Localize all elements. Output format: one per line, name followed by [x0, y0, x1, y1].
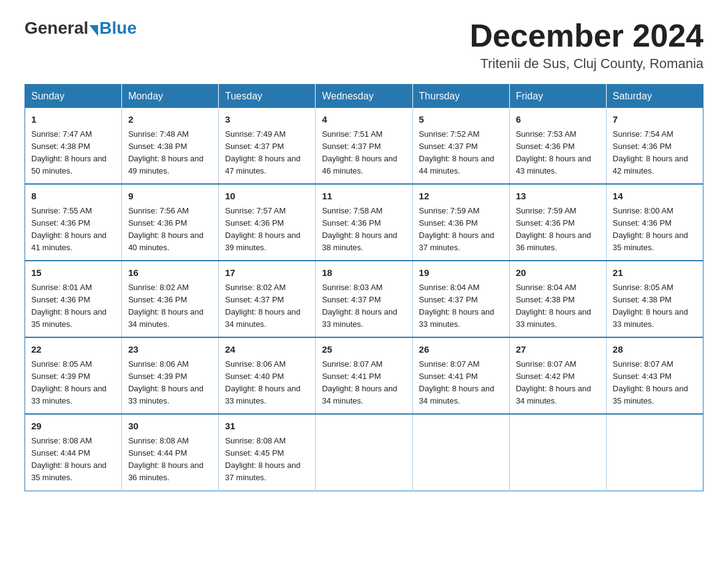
calendar-cell: 8 Sunrise: 7:55 AMSunset: 4:36 PMDayligh…: [25, 184, 122, 261]
day-info: Sunrise: 7:54 AMSunset: 4:36 PMDaylight:…: [613, 128, 697, 178]
day-info: Sunrise: 8:07 AMSunset: 4:41 PMDaylight:…: [419, 358, 503, 408]
calendar-cell: 22 Sunrise: 8:05 AMSunset: 4:39 PMDaylig…: [25, 337, 122, 414]
calendar-cell: 4 Sunrise: 7:51 AMSunset: 4:37 PMDayligh…: [316, 108, 412, 184]
day-info: Sunrise: 8:08 AMSunset: 4:44 PMDaylight:…: [128, 435, 212, 484]
day-info: Sunrise: 8:04 AMSunset: 4:38 PMDaylight:…: [516, 282, 600, 331]
day-info: Sunrise: 8:00 AMSunset: 4:36 PMDaylight:…: [613, 205, 697, 255]
day-info: Sunrise: 7:52 AMSunset: 4:37 PMDaylight:…: [419, 128, 503, 178]
col-sunday: Sunday: [25, 85, 122, 109]
day-number: 3: [225, 113, 309, 127]
calendar-cell: [606, 414, 703, 491]
day-info: Sunrise: 7:51 AMSunset: 4:37 PMDaylight:…: [322, 128, 406, 178]
day-info: Sunrise: 8:08 AMSunset: 4:45 PMDaylight:…: [225, 435, 309, 484]
day-info: Sunrise: 8:07 AMSunset: 4:41 PMDaylight:…: [322, 358, 406, 408]
calendar-week-5: 29 Sunrise: 8:08 AMSunset: 4:44 PMDaylig…: [25, 414, 703, 491]
col-friday: Friday: [509, 85, 606, 109]
day-info: Sunrise: 8:03 AMSunset: 4:37 PMDaylight:…: [322, 282, 406, 331]
calendar-cell: 26 Sunrise: 8:07 AMSunset: 4:41 PMDaylig…: [412, 337, 509, 414]
day-info: Sunrise: 7:56 AMSunset: 4:36 PMDaylight:…: [128, 205, 212, 255]
logo-blue-text: Blue: [99, 18, 137, 38]
day-number: 20: [516, 266, 600, 280]
day-info: Sunrise: 8:06 AMSunset: 4:40 PMDaylight:…: [225, 358, 309, 408]
calendar-cell: 9 Sunrise: 7:56 AMSunset: 4:36 PMDayligh…: [122, 184, 219, 261]
col-saturday: Saturday: [606, 85, 703, 109]
calendar-cell: 3 Sunrise: 7:49 AMSunset: 4:37 PMDayligh…: [219, 108, 316, 184]
calendar-cell: 2 Sunrise: 7:48 AMSunset: 4:38 PMDayligh…: [122, 108, 219, 184]
day-number: 10: [225, 190, 309, 204]
day-number: 28: [613, 343, 697, 357]
calendar-week-3: 15 Sunrise: 8:01 AMSunset: 4:36 PMDaylig…: [25, 261, 703, 337]
day-info: Sunrise: 7:55 AMSunset: 4:36 PMDaylight:…: [31, 205, 115, 255]
day-number: 1: [31, 113, 115, 127]
day-info: Sunrise: 8:02 AMSunset: 4:37 PMDaylight:…: [225, 282, 309, 331]
day-number: 17: [225, 266, 309, 280]
day-number: 4: [322, 113, 406, 127]
calendar-week-4: 22 Sunrise: 8:05 AMSunset: 4:39 PMDaylig…: [25, 337, 703, 414]
day-number: 24: [225, 343, 309, 357]
day-info: Sunrise: 7:48 AMSunset: 4:38 PMDaylight:…: [128, 128, 212, 178]
day-info: Sunrise: 8:02 AMSunset: 4:36 PMDaylight:…: [128, 282, 212, 331]
calendar-cell: 12 Sunrise: 7:59 AMSunset: 4:36 PMDaylig…: [412, 184, 509, 261]
day-info: Sunrise: 8:01 AMSunset: 4:36 PMDaylight:…: [31, 282, 115, 331]
calendar-cell: 13 Sunrise: 7:59 AMSunset: 4:36 PMDaylig…: [509, 184, 606, 261]
day-info: Sunrise: 8:05 AMSunset: 4:38 PMDaylight:…: [613, 282, 697, 331]
calendar-header-row: Sunday Monday Tuesday Wednesday Thursday…: [25, 85, 703, 109]
calendar-cell: 27 Sunrise: 8:07 AMSunset: 4:42 PMDaylig…: [509, 337, 606, 414]
day-info: Sunrise: 8:07 AMSunset: 4:42 PMDaylight:…: [516, 358, 600, 408]
calendar-cell: 15 Sunrise: 8:01 AMSunset: 4:36 PMDaylig…: [25, 261, 122, 337]
day-number: 21: [613, 266, 697, 280]
day-number: 18: [322, 266, 406, 280]
day-number: 16: [128, 266, 212, 280]
calendar-table: Sunday Monday Tuesday Wednesday Thursday…: [25, 84, 703, 491]
day-number: 7: [613, 113, 697, 127]
calendar-cell: 28 Sunrise: 8:07 AMSunset: 4:43 PMDaylig…: [606, 337, 703, 414]
calendar-cell: [316, 414, 412, 491]
calendar-cell: 10 Sunrise: 7:57 AMSunset: 4:36 PMDaylig…: [219, 184, 316, 261]
day-number: 9: [128, 190, 212, 204]
title-section: December 2024 Tritenii de Sus, Cluj Coun…: [469, 18, 703, 72]
logo-arrow-icon: [89, 25, 98, 36]
calendar-cell: 23 Sunrise: 8:06 AMSunset: 4:39 PMDaylig…: [122, 337, 219, 414]
day-number: 31: [225, 419, 309, 434]
day-info: Sunrise: 7:59 AMSunset: 4:36 PMDaylight:…: [419, 205, 503, 255]
day-info: Sunrise: 8:06 AMSunset: 4:39 PMDaylight:…: [128, 358, 212, 408]
calendar-cell: 21 Sunrise: 8:05 AMSunset: 4:38 PMDaylig…: [606, 261, 703, 337]
month-title: December 2024: [469, 18, 703, 53]
calendar-cell: 18 Sunrise: 8:03 AMSunset: 4:37 PMDaylig…: [316, 261, 412, 337]
day-info: Sunrise: 7:47 AMSunset: 4:38 PMDaylight:…: [31, 128, 115, 178]
calendar-cell: 25 Sunrise: 8:07 AMSunset: 4:41 PMDaylig…: [316, 337, 412, 414]
calendar-cell: 5 Sunrise: 7:52 AMSunset: 4:37 PMDayligh…: [412, 108, 509, 184]
calendar-week-1: 1 Sunrise: 7:47 AMSunset: 4:38 PMDayligh…: [25, 108, 703, 184]
day-info: Sunrise: 7:59 AMSunset: 4:36 PMDaylight:…: [516, 205, 600, 255]
day-number: 30: [128, 419, 212, 434]
page-header: General Blue December 2024 Tritenii de S…: [25, 18, 703, 72]
logo-general-text: General: [25, 18, 88, 38]
day-number: 5: [419, 113, 503, 127]
logo: General Blue: [25, 18, 137, 38]
day-number: 29: [31, 419, 115, 434]
calendar-cell: 31 Sunrise: 8:08 AMSunset: 4:45 PMDaylig…: [219, 414, 316, 491]
calendar-cell: 11 Sunrise: 7:58 AMSunset: 4:36 PMDaylig…: [316, 184, 412, 261]
col-wednesday: Wednesday: [316, 85, 412, 109]
day-number: 8: [31, 190, 115, 204]
day-number: 12: [419, 190, 503, 204]
day-info: Sunrise: 8:08 AMSunset: 4:44 PMDaylight:…: [31, 435, 115, 484]
day-info: Sunrise: 8:05 AMSunset: 4:39 PMDaylight:…: [31, 358, 115, 408]
calendar-cell: 30 Sunrise: 8:08 AMSunset: 4:44 PMDaylig…: [122, 414, 219, 491]
day-number: 13: [516, 190, 600, 204]
day-info: Sunrise: 7:58 AMSunset: 4:36 PMDaylight:…: [322, 205, 406, 255]
calendar-week-2: 8 Sunrise: 7:55 AMSunset: 4:36 PMDayligh…: [25, 184, 703, 261]
col-monday: Monday: [122, 85, 219, 109]
day-info: Sunrise: 7:57 AMSunset: 4:36 PMDaylight:…: [225, 205, 309, 255]
day-number: 23: [128, 343, 212, 357]
calendar-cell: 16 Sunrise: 8:02 AMSunset: 4:36 PMDaylig…: [122, 261, 219, 337]
day-number: 15: [31, 266, 115, 280]
calendar-cell: 1 Sunrise: 7:47 AMSunset: 4:38 PMDayligh…: [25, 108, 122, 184]
day-number: 25: [322, 343, 406, 357]
day-number: 26: [419, 343, 503, 357]
day-info: Sunrise: 8:07 AMSunset: 4:43 PMDaylight:…: [613, 358, 697, 408]
day-number: 27: [516, 343, 600, 357]
day-info: Sunrise: 7:53 AMSunset: 4:36 PMDaylight:…: [516, 128, 600, 178]
calendar-cell: 6 Sunrise: 7:53 AMSunset: 4:36 PMDayligh…: [509, 108, 606, 184]
day-number: 2: [128, 113, 212, 127]
